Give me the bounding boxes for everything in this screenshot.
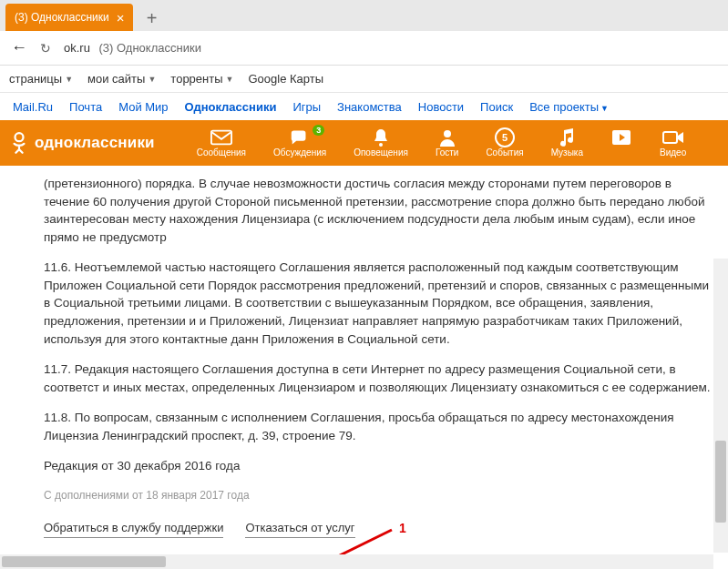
back-button[interactable]: ← (11, 38, 27, 57)
vertical-scrollbar[interactable] (713, 259, 728, 553)
bookmark-item[interactable]: торренты▼ (170, 72, 233, 86)
header-guests[interactable]: Гости (436, 128, 458, 157)
svg-rect-7 (663, 132, 677, 143)
svg-text:5: 5 (502, 132, 508, 143)
new-tab-button[interactable]: + (138, 5, 164, 31)
caret-down-icon: ▼ (65, 75, 73, 84)
header-messages[interactable]: Сообщения (197, 128, 246, 157)
discussions-icon (289, 128, 311, 147)
ok-logo-text: одноклассники (35, 134, 155, 152)
footer-links: Обратиться в службу поддержки Отказаться… (44, 520, 715, 538)
portal-link-поиск[interactable]: Поиск (480, 100, 513, 114)
portal-link-mail.ru[interactable]: Mail.Ru (13, 100, 53, 114)
portal-link-мой мир[interactable]: Мой Мир (118, 100, 168, 114)
bookmark-item[interactable]: мои сайты▼ (87, 72, 156, 86)
page-viewport: Mail.RuПочтаМой МирОдноклассникиИгрыЗнак… (0, 93, 728, 569)
header-item-label: Оповещения (354, 147, 408, 157)
scrollbar-thumb[interactable] (715, 441, 726, 523)
header-discussions[interactable]: Обсуждения3 (273, 128, 326, 157)
svg-point-0 (15, 133, 24, 141)
events-icon: 5 (494, 128, 516, 147)
header-item-label: События (486, 147, 523, 157)
header-music[interactable]: Музыка (551, 128, 583, 157)
bookmark-item[interactable]: Google Карты (248, 72, 323, 86)
header-item-label: Обсуждения (273, 147, 326, 157)
address-bar: ← ↻ ok.ru (3) Одноклассники (0, 31, 728, 66)
header-item-label: Сообщения (197, 147, 246, 157)
agreement-paragraph: 11.6. Неотъемлемой частью настоящего Сог… (44, 259, 715, 348)
url-host: ok.ru (64, 41, 90, 55)
video2-icon (662, 128, 684, 147)
browser-tab[interactable]: (3) Одноклассники × (5, 4, 133, 31)
refuse-services-link[interactable]: Отказаться от услуг (245, 520, 354, 538)
mailru-portal-bar: Mail.RuПочтаМой МирОдноклассникиИгрыЗнак… (0, 93, 728, 120)
video1-icon (610, 128, 632, 147)
bookmarks-bar: страницы▼мои сайты▼торренты▼Google Карты (0, 66, 728, 93)
notifications-icon (370, 128, 392, 147)
agreement-paragraph: 11.7. Редакция настоящего Соглашения дос… (44, 361, 715, 396)
header-video1[interactable] (610, 128, 632, 157)
agreement-paragraph: (претензионного) порядка. В случае невоз… (44, 175, 715, 246)
close-icon[interactable]: × (117, 11, 125, 25)
header-nav: СообщенияОбсуждения3ОповещенияГости5Собы… (197, 128, 686, 157)
header-item-label: Музыка (551, 147, 583, 157)
contact-support-link[interactable]: Обратиться в службу поддержки (44, 520, 223, 538)
browser-tab-bar: (3) Одноклассники × + (0, 0, 728, 31)
agreement-paragraph: 11.8. По вопросам, связанным с исполнени… (44, 409, 715, 444)
portal-link-все проекты[interactable]: Все проекты▼ (529, 100, 609, 114)
portal-link-игры[interactable]: Игры (292, 100, 321, 114)
bookmark-item[interactable]: страницы▼ (9, 72, 73, 86)
horizontal-scrollbar[interactable] (0, 554, 713, 569)
header-notifications[interactable]: Оповещения (354, 128, 408, 157)
caret-down-icon: ▼ (600, 104, 609, 113)
badge: 3 (313, 125, 324, 136)
portal-link-почта[interactable]: Почта (69, 100, 102, 114)
header-item-label: Гости (436, 147, 458, 157)
tab-title: (3) Одноклассники (15, 11, 109, 24)
portal-link-новости[interactable]: Новости (418, 100, 464, 114)
svg-rect-1 (211, 131, 231, 145)
messages-icon (210, 128, 232, 147)
reload-button[interactable]: ↻ (40, 41, 51, 56)
revision-date: Редакция от 30 декабря 2016 года (44, 457, 715, 475)
header-video2[interactable]: Видео (660, 128, 686, 157)
caret-down-icon: ▼ (226, 75, 234, 84)
header-events[interactable]: 5События (486, 128, 523, 157)
svg-point-3 (444, 130, 451, 137)
svg-point-2 (379, 143, 383, 147)
content-area: (претензионного) порядка. В случае невоз… (0, 166, 728, 547)
portal-link-одноклассники[interactable]: Одноклассники (185, 100, 277, 114)
address-field[interactable]: ok.ru (3) Одноклассники (64, 41, 201, 55)
guests-icon (436, 128, 458, 147)
header-item-label: Видео (660, 147, 686, 157)
ok-header: одноклассники СообщенияОбсуждения3Оповещ… (0, 120, 728, 166)
ok-logo[interactable]: одноклассники (9, 130, 155, 156)
caret-down-icon: ▼ (148, 75, 156, 84)
portal-link-знакомства[interactable]: Знакомства (337, 100, 402, 114)
scrollbar-thumb[interactable] (2, 556, 166, 567)
ok-logo-icon (9, 130, 29, 156)
addendum-date: С дополнениями от 18 января 2017 года (44, 488, 715, 503)
music-icon (556, 128, 578, 147)
annotation-label: 1 (399, 521, 406, 535)
url-title: (3) Одноклассники (99, 41, 201, 55)
